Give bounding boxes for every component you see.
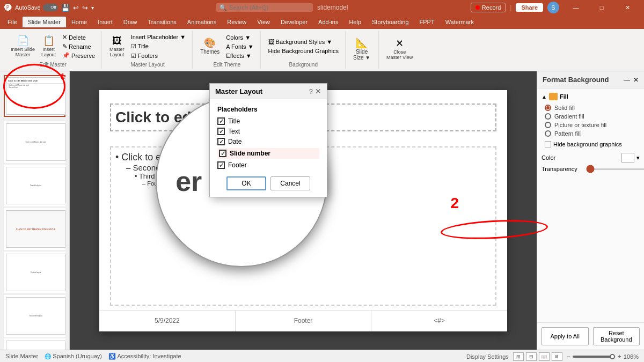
tab-draw[interactable]: Draw	[118, 17, 143, 27]
tab-storyboarding[interactable]: Storyboarding	[367, 17, 414, 27]
slide-panel: Click to edit Master title style • Click…	[0, 71, 70, 350]
reading-view-button[interactable]: 📖	[539, 352, 550, 361]
slide-thumb-2[interactable]: Click to edit Master title style	[4, 121, 65, 163]
tab-slide-master[interactable]: Slide Master	[23, 17, 66, 27]
close-button[interactable]: ✕	[615, 0, 640, 15]
slide-footer-bar: 5/9/2022 Footer <#>	[99, 310, 507, 331]
date-cb-icon[interactable]	[217, 138, 225, 145]
edit-theme-btns: 🎨 Themes Colors ▼ A Fonts ▼ Effects ▼	[198, 32, 255, 61]
zoom-out-icon[interactable]: −	[567, 353, 570, 360]
undo-icon[interactable]: ↩	[73, 4, 79, 12]
background-options: 🖼 Background Styles ▼ Hide Background Gr…	[266, 38, 341, 55]
collapse-icon[interactable]: —	[624, 76, 630, 84]
slide-sorter-button[interactable]: ⊟	[526, 352, 537, 361]
slide-thumb-3[interactable]: Title slide layout	[4, 165, 65, 206]
tab-home[interactable]: Home	[66, 17, 92, 27]
pattern-fill-radio[interactable]: Pattern fill	[545, 130, 640, 137]
slide-number-cb-icon[interactable]	[219, 150, 226, 157]
language-status: 🌐 Spanish (Uruguay)	[45, 353, 102, 360]
tab-view[interactable]: View	[252, 17, 275, 27]
text-cb-icon[interactable]	[217, 128, 225, 135]
slide-thumb-6[interactable]: Two content layout	[4, 295, 65, 337]
tab-file[interactable]: File	[2, 17, 23, 27]
slide-number-cb-label: Slide number	[230, 150, 270, 157]
tab-animations[interactable]: Animations	[182, 17, 222, 27]
tab-fppt[interactable]: FPPT	[414, 17, 440, 27]
gradient-fill-radio[interactable]: Gradient fill	[545, 113, 640, 120]
tab-insert[interactable]: Insert	[92, 17, 118, 27]
picture-texture-radio[interactable]: Picture or texture fill	[545, 122, 640, 128]
dialog-ok-button[interactable]: OK	[226, 176, 266, 190]
dialog-help-icon[interactable]: ?	[309, 87, 313, 95]
zoom-in-icon[interactable]: +	[618, 353, 621, 360]
slide-thumb-7[interactable]: Comparison layout	[4, 338, 65, 350]
title-cb-icon[interactable]	[217, 117, 225, 125]
slide-size-button[interactable]: 📐 SlideSize ▼	[351, 37, 372, 62]
zoom-level[interactable]: 106%	[624, 353, 639, 360]
share-button[interactable]: Share	[516, 3, 543, 12]
accessibility-status[interactable]: ♿ Accessibility: Investigate	[108, 353, 181, 360]
thumb-content-5: Content layout	[30, 270, 42, 275]
zoom-slider[interactable]	[573, 356, 616, 358]
color-row: Color ▾	[541, 153, 640, 162]
tab-help[interactable]: Help	[343, 17, 367, 27]
tab-developer[interactable]: Developer	[275, 17, 313, 27]
master-layout-dialog[interactable]: Master Layout ? ✕ Placeholders Title Tex…	[209, 83, 327, 197]
title-checkbox[interactable]: ☑ Title	[129, 42, 188, 50]
slide-thumb-4[interactable]: CLICK TO EDIT MASTER TITLE STYLE	[4, 208, 65, 250]
themes-button[interactable]: 🎨 Themes	[198, 37, 222, 56]
insert-placeholder-button[interactable]: Insert Placeholder ▼	[129, 33, 188, 41]
slide-thumb-5[interactable]: Content layout	[4, 252, 65, 293]
tab-watermark[interactable]: Watermark	[440, 17, 479, 27]
tab-add-ins[interactable]: Add-ins	[313, 17, 343, 27]
footer-cb-icon[interactable]	[217, 161, 225, 169]
dialog-close-icon[interactable]: ✕	[315, 87, 321, 95]
rename-button[interactable]: ✎ Rename	[60, 42, 97, 50]
preserve-button[interactable]: 📌 Preserve	[60, 51, 97, 60]
hide-bg-checkbox[interactable]: Hide background graphics	[545, 141, 640, 147]
save-icon[interactable]: 💾	[61, 4, 70, 12]
colors-button[interactable]: Colors ▼	[224, 34, 255, 41]
display-settings[interactable]: Display Settings	[466, 353, 509, 360]
fonts-button[interactable]: A Fonts ▼	[224, 43, 255, 50]
hide-background-graphics-button[interactable]: Hide Background Graphics	[266, 47, 341, 55]
ribbon-tabs: File Slide Master Home Insert Draw Trans…	[0, 15, 644, 29]
slide-number-checkbox-row: Slide number	[217, 148, 319, 159]
color-dropdown-icon[interactable]: ▾	[636, 154, 640, 161]
slide-size-icon: 📐	[356, 38, 368, 48]
settings-icon[interactable]: ✕	[633, 76, 639, 84]
transparency-slider[interactable]	[586, 168, 644, 170]
minimize-button[interactable]: —	[564, 0, 588, 15]
slide-thumb-1[interactable]: Click to edit Master title style • Click…	[4, 75, 65, 117]
tab-review[interactable]: Review	[222, 17, 252, 27]
autosave-toggle[interactable]	[43, 4, 58, 11]
record-button[interactable]: Record	[471, 3, 506, 12]
effects-button[interactable]: Effects ▼	[224, 52, 255, 60]
close-master-view-button[interactable]: ✕ CloseMaster View	[384, 38, 415, 61]
tab-transitions[interactable]: Transitions	[142, 17, 181, 27]
background-styles-button[interactable]: 🖼 Background Styles ▼	[266, 38, 341, 46]
ribbon-group-slide-size: 📐 SlideSize ▼	[347, 31, 379, 69]
insert-layout-button[interactable]: 📋 InsertLayout	[39, 35, 58, 58]
presenter-view-button[interactable]: 🖥	[552, 352, 562, 361]
insert-slide-master-button[interactable]: 📄 Insert SlideMaster	[9, 35, 37, 58]
footers-checkbox[interactable]: ☑ Footers	[129, 52, 188, 60]
master-layout-button[interactable]: 🖼 MasterLayout	[107, 35, 127, 58]
color-controls: ▾	[621, 153, 640, 162]
expand-icon[interactable]: ▲	[541, 94, 547, 100]
solid-fill-radio[interactable]: Solid fill	[545, 105, 640, 111]
apply-to-all-button[interactable]: Apply to All	[541, 327, 589, 345]
reset-background-button[interactable]: Reset Background	[593, 327, 640, 345]
delete-button[interactable]: ✕ Delete	[60, 33, 97, 41]
ribbon-group-close-master: ✕ CloseMaster View	[380, 31, 419, 69]
dialog-cancel-button[interactable]: Cancel	[270, 176, 310, 190]
color-picker-button[interactable]	[621, 153, 634, 162]
zoom-thumb[interactable]	[610, 354, 615, 359]
redo-icon[interactable]: ↪	[82, 4, 88, 12]
normal-view-button[interactable]: ⊞	[513, 352, 524, 361]
zoom-controls: − + 106%	[567, 353, 639, 360]
maximize-button[interactable]: □	[589, 0, 614, 15]
thumb-title-1: Click to edit Master title style	[8, 79, 64, 83]
accessibility-icon: 🌐	[45, 353, 51, 359]
search-input[interactable]	[216, 3, 313, 12]
